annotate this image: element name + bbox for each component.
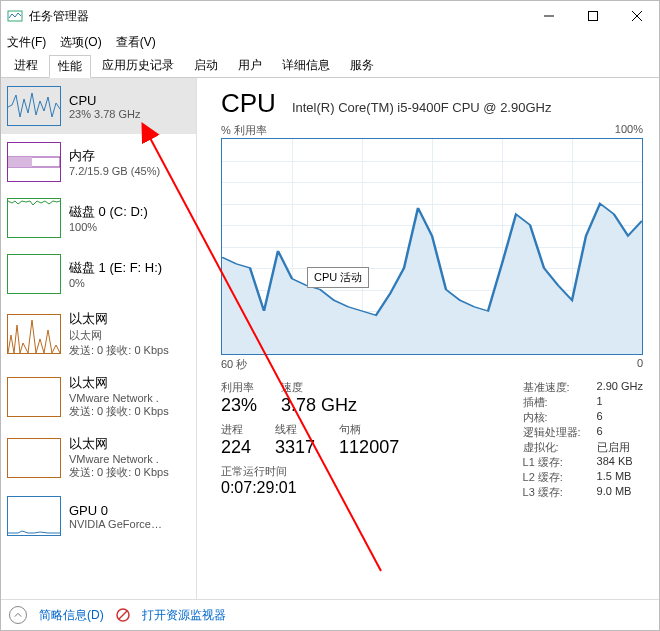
memory-thumb-icon: [7, 142, 61, 182]
tab-app-history[interactable]: 应用历史记录: [93, 54, 183, 77]
stat-value: 3317: [275, 437, 315, 458]
cpu-usage-chart[interactable]: CPU 活动: [221, 138, 643, 355]
sidebar-item-cpu[interactable]: CPU 23% 3.78 GHz: [1, 78, 196, 134]
fewer-details-link[interactable]: 简略信息(D): [39, 607, 104, 624]
chart-label-tl: % 利用率: [221, 123, 267, 138]
sidebar-item-label: 磁盘 1 (E: F: H:): [69, 259, 162, 277]
sidebar-item-sub: VMware Network . 发送: 0 接收: 0 Kbps: [69, 453, 169, 480]
sidebar-item-eth1[interactable]: 以太网 VMware Network . 发送: 0 接收: 0 Kbps: [1, 366, 196, 427]
stat-value: 224: [221, 437, 251, 458]
sidebar-item-sub: NVIDIA GeForce…: [69, 518, 162, 530]
tab-services[interactable]: 服务: [341, 54, 383, 77]
sidebar-item-sub: 100%: [69, 221, 148, 233]
resmon-icon: [116, 608, 130, 622]
sidebar-item-disk0[interactable]: 磁盘 0 (C: D:) 100%: [1, 190, 196, 246]
sidebar-item-label: 以太网: [69, 310, 169, 328]
stat-label: 速度: [281, 380, 357, 395]
svg-rect-2: [589, 12, 598, 21]
sidebar-item-sub: 以太网 发送: 0 接收: 0 Kbps: [69, 328, 169, 358]
chevron-up-icon[interactable]: [9, 606, 27, 624]
chart-label-bl: 60 秒: [221, 357, 247, 372]
gpu-thumb-icon: [7, 496, 61, 536]
ethernet-thumb-icon: [7, 438, 61, 478]
minimize-button[interactable]: [527, 1, 571, 31]
stat-label: 线程: [275, 422, 315, 437]
tab-details[interactable]: 详细信息: [273, 54, 339, 77]
sidebar-item-eth2[interactable]: 以太网 VMware Network . 发送: 0 接收: 0 Kbps: [1, 427, 196, 488]
tab-startup[interactable]: 启动: [185, 54, 227, 77]
menu-bar: 文件(F) 选项(O) 查看(V): [1, 31, 659, 53]
sidebar[interactable]: CPU 23% 3.78 GHz 内存 7.2/15.9 GB (45%): [1, 78, 197, 599]
svg-line-8: [119, 611, 127, 619]
sidebar-item-gpu0[interactable]: GPU 0 NVIDIA GeForce…: [1, 488, 196, 544]
chart-label-br: 0: [637, 357, 643, 372]
page-subtitle: Intel(R) Core(TM) i5-9400F CPU @ 2.90GHz: [292, 100, 552, 115]
menu-view[interactable]: 查看(V): [116, 34, 156, 51]
stat-label: 利用率: [221, 380, 257, 395]
cpu-thumb-icon: [7, 86, 61, 126]
uptime-label: 正常运行时间: [221, 464, 497, 479]
cpu-line-icon: [222, 139, 642, 354]
title-bar: 任务管理器: [1, 1, 659, 31]
close-button[interactable]: [615, 1, 659, 31]
stat-label: 句柄: [339, 422, 399, 437]
tab-performance[interactable]: 性能: [49, 55, 91, 78]
tab-processes[interactable]: 进程: [5, 54, 47, 77]
disk-thumb-icon: [7, 198, 61, 238]
footer: 简略信息(D) 打开资源监视器: [1, 599, 659, 630]
maximize-button[interactable]: [571, 1, 615, 31]
sidebar-item-sub: VMware Network . 发送: 0 接收: 0 Kbps: [69, 392, 169, 419]
sidebar-item-label: 内存: [69, 147, 160, 165]
page-title: CPU: [221, 88, 276, 119]
stat-value: 23%: [221, 395, 257, 416]
menu-file[interactable]: 文件(F): [7, 34, 46, 51]
sidebar-item-eth0[interactable]: 以太网 以太网 发送: 0 接收: 0 Kbps: [1, 302, 196, 366]
sidebar-item-memory[interactable]: 内存 7.2/15.9 GB (45%): [1, 134, 196, 190]
window-title: 任务管理器: [29, 8, 89, 25]
main-panel: CPU Intel(R) Core(TM) i5-9400F CPU @ 2.9…: [197, 78, 659, 599]
sidebar-item-label: 磁盘 0 (C: D:): [69, 203, 148, 221]
sidebar-item-sub: 7.2/15.9 GB (45%): [69, 165, 160, 177]
app-icon: [7, 8, 23, 24]
chart-tooltip: CPU 活动: [307, 267, 369, 288]
open-resmon-link[interactable]: 打开资源监视器: [142, 607, 226, 624]
sidebar-item-disk1[interactable]: 磁盘 1 (E: F: H:) 0%: [1, 246, 196, 302]
sidebar-item-label: CPU: [69, 93, 141, 108]
svg-rect-6: [8, 157, 32, 167]
uptime-value: 0:07:29:01: [221, 479, 497, 497]
tab-users[interactable]: 用户: [229, 54, 271, 77]
ethernet-thumb-icon: [7, 377, 61, 417]
ethernet-thumb-icon: [7, 314, 61, 354]
cpu-specs: 基准速度:2.90 GHz 插槽:1 内核:6 逻辑处理器:6 虚拟化:已启用 …: [523, 380, 643, 500]
sidebar-item-label: GPU 0: [69, 503, 162, 518]
stat-value: 112007: [339, 437, 399, 458]
stat-value: 3.78 GHz: [281, 395, 357, 416]
menu-options[interactable]: 选项(O): [60, 34, 101, 51]
disk-thumb-icon: [7, 254, 61, 294]
sidebar-item-label: 以太网: [69, 374, 169, 392]
sidebar-item-sub: 0%: [69, 277, 162, 289]
chart-label-tr: 100%: [615, 123, 643, 138]
tab-bar: 进程 性能 应用历史记录 启动 用户 详细信息 服务: [1, 53, 659, 78]
stat-label: 进程: [221, 422, 251, 437]
sidebar-item-label: 以太网: [69, 435, 169, 453]
sidebar-item-sub: 23% 3.78 GHz: [69, 108, 141, 120]
